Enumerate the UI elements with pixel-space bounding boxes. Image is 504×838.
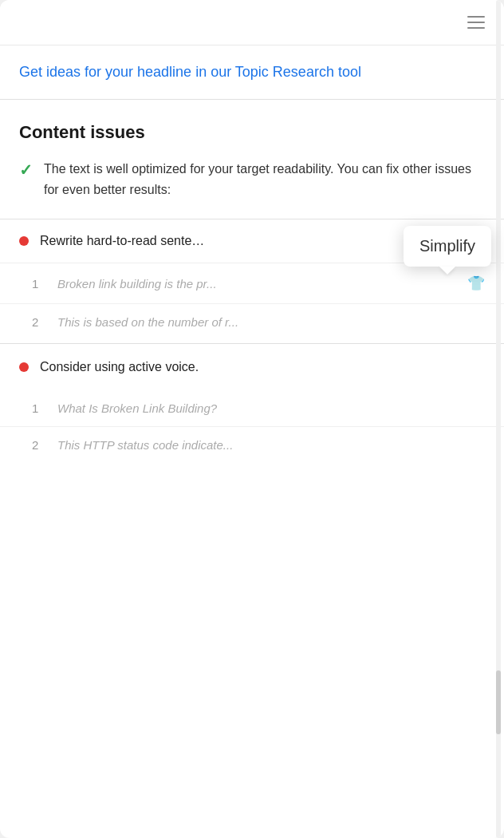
success-message: ✓ The text is well optimized for your ta… xyxy=(19,159,485,200)
red-dot-icon xyxy=(19,362,29,372)
sub-item-text: Broken link building is the pr... xyxy=(57,277,455,291)
sub-item-text: What Is Broken Link Building? xyxy=(57,401,485,415)
active-voice-header: Consider using active voice. xyxy=(0,344,504,390)
rewrite-issue-row[interactable]: Rewrite hard-to-read sente… Simplify xyxy=(0,219,504,263)
rewrite-issue-area: Rewrite hard-to-read sente… Simplify 1 B… xyxy=(0,219,504,344)
tooltip-text: Simplify xyxy=(419,237,475,255)
hamburger-menu-icon[interactable] xyxy=(464,13,488,32)
check-icon: ✓ xyxy=(19,160,33,180)
list-item[interactable]: 1 Broken link building is the pr... 👕 xyxy=(0,263,504,304)
rewrite-sub-items: 1 Broken link building is the pr... 👕 2 … xyxy=(0,263,504,343)
active-voice-text: Consider using active voice. xyxy=(40,360,199,374)
main-container: Get ideas for your headline in our Topic… xyxy=(0,0,504,838)
content-issues-section: Content issues ✓ The text is well optimi… xyxy=(0,100,504,219)
active-voice-section: Consider using active voice. 1 What Is B… xyxy=(0,344,504,463)
topic-research-link[interactable]: Get ideas for your headline in our Topic… xyxy=(19,64,361,80)
topic-research-banner: Get ideas for your headline in our Topic… xyxy=(0,45,504,100)
active-voice-sub-items: 1 What Is Broken Link Building? 2 This H… xyxy=(0,390,504,463)
scrollbar-thumb[interactable] xyxy=(496,670,501,734)
tooltip-bubble: Simplify xyxy=(404,226,491,267)
scrollbar[interactable] xyxy=(496,0,501,838)
sub-item-number: 2 xyxy=(32,315,45,329)
header-section xyxy=(0,0,504,45)
sub-item-number: 1 xyxy=(32,401,45,415)
sub-item-text: This HTTP status code indicate... xyxy=(57,438,485,452)
content-issues-title: Content issues xyxy=(19,122,485,143)
red-dot-icon xyxy=(19,236,29,246)
simplify-tooltip: Simplify xyxy=(404,226,491,267)
list-item[interactable]: 1 What Is Broken Link Building? xyxy=(0,390,504,427)
sub-item-text: This is based on the number of r... xyxy=(57,315,485,329)
list-item[interactable]: 2 This is based on the number of r... xyxy=(0,304,504,340)
list-item[interactable]: 2 This HTTP status code indicate... xyxy=(0,427,504,463)
sub-item-number: 2 xyxy=(32,438,45,452)
success-text: The text is well optimized for your targ… xyxy=(44,159,485,200)
sub-item-number: 1 xyxy=(32,277,45,291)
shirt-icon: 👕 xyxy=(467,275,485,292)
